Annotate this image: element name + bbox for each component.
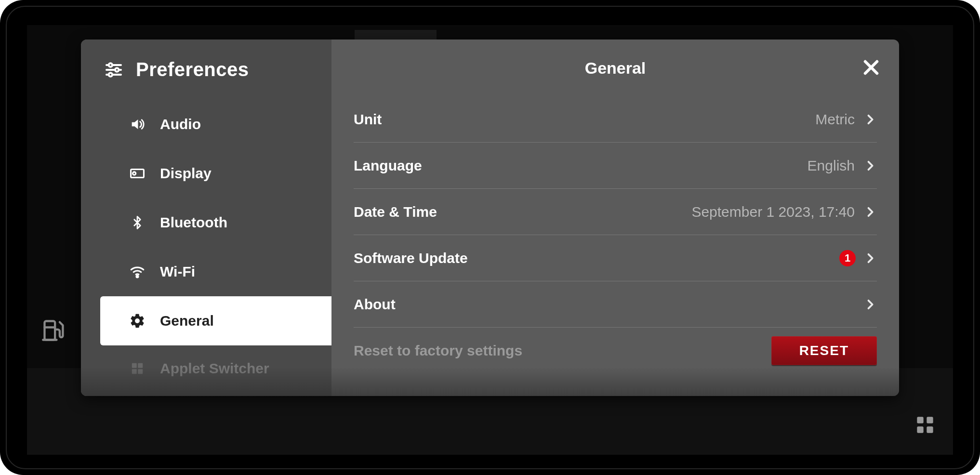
svg-point-10 (115, 68, 119, 72)
bluetooth-icon (129, 214, 146, 231)
sidebar-item-label: General (160, 313, 214, 329)
main-header: General (331, 40, 899, 96)
svg-rect-18 (132, 369, 137, 374)
tablet-device-frame: Preferences (0, 0, 980, 475)
chevron-right-icon (863, 159, 877, 172)
grid-icon (129, 360, 146, 377)
row-label: About (354, 296, 396, 313)
sidebar-item-label: Display (160, 165, 212, 182)
chevron-right-icon (863, 251, 877, 265)
bezel-inner: Preferences (6, 6, 974, 469)
fuel-pump-icon[interactable] (41, 318, 66, 343)
svg-rect-6 (927, 426, 933, 433)
row-value: Metric (815, 111, 855, 128)
notification-badge: 1 (839, 250, 856, 266)
svg-point-12 (109, 73, 113, 77)
svg-rect-5 (917, 426, 923, 433)
row-label: Reset to factory settings (354, 343, 522, 359)
preferences-modal: Preferences (81, 40, 899, 396)
row-label: Unit (354, 111, 382, 128)
sidebar-item-wifi[interactable]: Wi-Fi (81, 247, 331, 296)
main-panel: General Unit (331, 40, 899, 396)
row-software-update[interactable]: Software Update 1 (354, 235, 877, 281)
sidebar-nav-list: Audio Display (81, 100, 331, 392)
svg-rect-3 (917, 417, 923, 423)
row-label: Software Update (354, 250, 468, 266)
sidebar-item-label: Applet Switcher (160, 360, 269, 377)
row-label: Language (354, 158, 422, 174)
sidebar-item-display[interactable]: Display (81, 149, 331, 198)
chevron-right-icon (863, 113, 877, 126)
sidebar-item-bluetooth[interactable]: Bluetooth (81, 198, 331, 247)
sidebar-title: Preferences (136, 59, 249, 80)
screen: Preferences (27, 25, 953, 455)
chevron-right-icon (863, 205, 877, 219)
row-reset: Reset to factory settings RESET (354, 328, 877, 374)
chevron-right-icon (863, 298, 877, 311)
sidebar-item-general[interactable]: General (100, 296, 331, 345)
sidebar-item-applet-switcher[interactable]: Applet Switcher (81, 345, 331, 392)
svg-point-8 (109, 63, 113, 67)
reset-button[interactable]: RESET (771, 336, 877, 365)
row-value: September 1 2023, 17:40 (691, 204, 855, 220)
sidebar: Preferences (81, 40, 331, 396)
svg-rect-0 (45, 321, 55, 340)
close-icon (861, 57, 881, 78)
svg-rect-17 (138, 363, 143, 368)
sliders-icon (104, 60, 123, 79)
sidebar-item-label: Bluetooth (160, 214, 227, 231)
sidebar-header: Preferences (81, 40, 331, 100)
svg-point-14 (133, 172, 136, 175)
row-about[interactable]: About (354, 281, 877, 328)
row-datetime[interactable]: Date & Time September 1 2023, 17:40 (354, 189, 877, 235)
row-unit[interactable]: Unit Metric (354, 96, 877, 143)
svg-rect-4 (927, 417, 933, 423)
bezel-outer: Preferences (0, 0, 980, 475)
display-icon (129, 165, 146, 182)
close-button[interactable] (860, 56, 883, 79)
sidebar-item-label: Wi-Fi (160, 264, 195, 280)
row-language[interactable]: Language English (354, 143, 877, 189)
top-notch-hint (355, 30, 437, 40)
wifi-icon (129, 264, 146, 280)
row-label: Date & Time (354, 204, 437, 220)
page-title: General (585, 59, 646, 78)
settings-list: Unit Metric Language English (331, 96, 899, 396)
svg-rect-16 (132, 363, 137, 368)
volume-icon (129, 116, 146, 132)
app-grid-icon[interactable] (915, 415, 935, 435)
gear-icon (129, 313, 146, 329)
sidebar-item-label: Audio (160, 116, 201, 132)
sidebar-item-audio[interactable]: Audio (81, 100, 331, 149)
row-value: English (808, 158, 855, 174)
svg-rect-19 (138, 369, 143, 374)
svg-point-15 (136, 276, 138, 277)
